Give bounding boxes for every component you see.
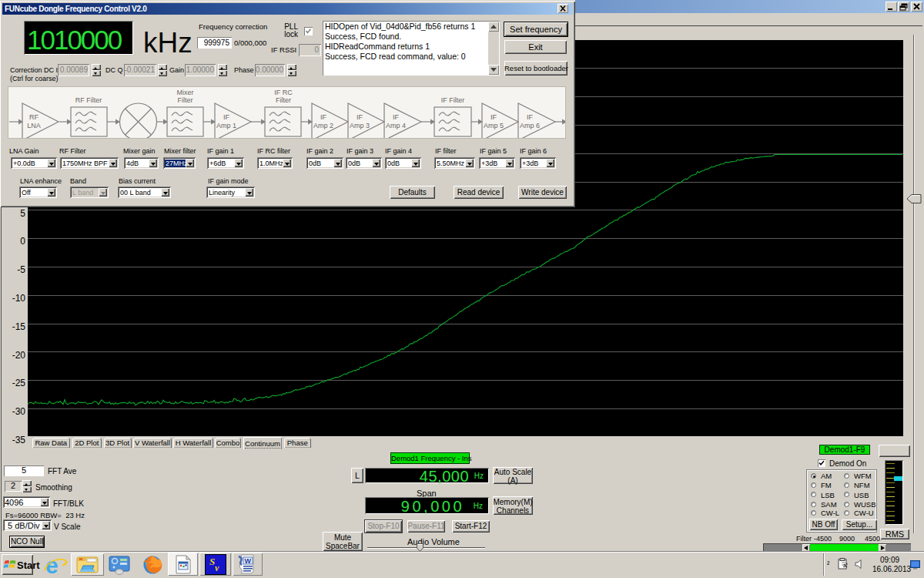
svg-text:IF RC: IF RC	[274, 89, 293, 96]
svg-text:W: W	[245, 557, 252, 565]
svg-text:Mixer: Mixer	[177, 89, 194, 96]
svg-text:Amp 3: Amp 3	[350, 122, 370, 129]
svg-text:Filter: Filter	[178, 96, 193, 104]
svg-text:Amp 5: Amp 5	[484, 122, 504, 129]
svg-text:Amp 4: Amp 4	[386, 122, 406, 129]
svg-text:RF Filter: RF Filter	[75, 96, 102, 104]
svg-text:IF: IF	[320, 113, 327, 121]
svg-text:LNA: LNA	[27, 122, 41, 129]
svg-text:IF: IF	[357, 113, 363, 121]
svg-text:Amp 2: Amp 2	[313, 122, 333, 129]
svg-text:Amp 6: Amp 6	[520, 122, 540, 129]
svg-text:Amp 1: Amp 1	[216, 122, 236, 129]
svg-text:RF: RF	[29, 113, 38, 121]
svg-text:v: v	[215, 563, 219, 573]
svg-text:IF: IF	[490, 113, 497, 121]
svg-text:IF: IF	[527, 113, 534, 121]
svg-text:IF: IF	[393, 113, 400, 121]
svg-text:Filter: Filter	[276, 96, 291, 104]
svg-text:IF: IF	[223, 113, 230, 121]
svg-text:IF Filter: IF Filter	[441, 96, 465, 104]
